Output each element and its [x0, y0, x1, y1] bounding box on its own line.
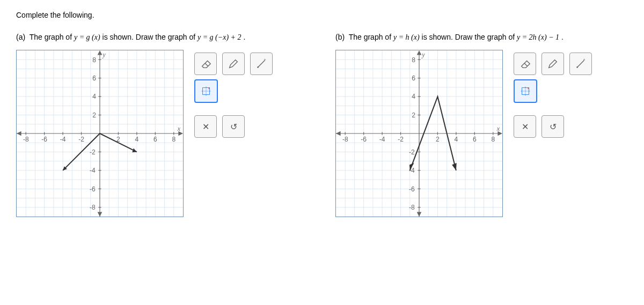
reset-icon: ↺: [550, 122, 557, 132]
svg-point-120: [576, 66, 578, 68]
eraser-tool-button[interactable]: [194, 53, 217, 75]
clear-button[interactable]: ✕: [194, 115, 217, 138]
eq-b-1: y = h (x): [393, 33, 420, 41]
prompt-b: (b) The graph of y = h (x) is shown. Dra…: [335, 33, 628, 42]
tick-x-6: 6: [153, 136, 157, 143]
close-icon: ✕: [202, 122, 209, 132]
toolbar-a: + ✕ ✕: [194, 50, 273, 138]
svg-marker-37: [98, 212, 103, 217]
tick-x-n4-b: -4: [379, 136, 385, 143]
tick-x-n6: -6: [41, 136, 47, 143]
tick-x-4-b: 4: [455, 136, 458, 143]
tick-x-n2-b: -2: [398, 136, 404, 143]
tick-y-4: 4: [92, 93, 96, 100]
problems-container: (a) The graph of y = g (x) is shown. Dra…: [16, 33, 628, 217]
line-tool-button[interactable]: +: [569, 53, 592, 75]
tick-y-n4: -4: [90, 167, 96, 174]
eq-a-2: y = g (−x) + 2: [197, 33, 241, 41]
zoom-icon: ✕: [519, 85, 531, 97]
tick-y-n2: -2: [90, 148, 96, 156]
tick-y-n2-b: -2: [409, 148, 415, 156]
prompt-b-suffix: .: [561, 33, 564, 41]
tick-y-n4-b: -4: [409, 167, 415, 174]
tick-y-4-b: 4: [412, 93, 415, 100]
svg-marker-98: [336, 131, 341, 136]
tick-y-n6-b: -6: [409, 185, 415, 193]
tick-y-6: 6: [92, 75, 96, 82]
prompt-a-mid: is shown. Draw the graph of: [103, 33, 197, 41]
tick-y-n8-b: -8: [409, 204, 415, 211]
tick-x-n6-b: -6: [361, 136, 367, 143]
svg-text:+: +: [583, 58, 586, 62]
tick-y-2: 2: [92, 111, 96, 119]
tick-y-8-b: 8: [412, 56, 415, 64]
tick-x-6-b: 6: [473, 136, 477, 143]
prompt-b-mid: is shown. Draw the graph of: [422, 33, 517, 41]
prompt-b-prefix: The graph of: [349, 33, 393, 41]
eraser-icon: [200, 58, 211, 70]
reset-button[interactable]: ↺: [541, 115, 564, 138]
line-icon: +: [575, 58, 587, 70]
y-axis-label-b: y: [421, 51, 425, 58]
line-icon: +: [255, 58, 267, 70]
zoom-tool-button[interactable]: ✕: [194, 79, 218, 103]
tick-y-n8: -8: [90, 204, 96, 211]
pen-icon: [228, 58, 239, 70]
svg-text:✕: ✕: [527, 86, 530, 90]
svg-marker-100: [417, 212, 422, 217]
tick-x-4: 4: [135, 136, 139, 143]
eq-a-1: y = g (x): [74, 33, 100, 41]
prompt-a-prefix: The graph of: [30, 33, 74, 41]
tick-x-8-b: 8: [491, 136, 495, 143]
tick-y-6-b: 6: [412, 75, 415, 82]
svg-text:+: +: [264, 58, 266, 62]
svg-marker-99: [417, 50, 422, 55]
instruction-text: Complete the following.: [16, 11, 628, 19]
tick-x-n4: -4: [60, 136, 66, 143]
eq-b-2: y = 2h (x) − 1: [517, 33, 559, 41]
graph-b[interactable]: -8 -6 -4 -2 2 4 6 8 8 6 4 2 -2 -4 -6 -8: [335, 50, 503, 217]
svg-marker-36: [98, 50, 103, 55]
label-a: (a): [16, 33, 25, 41]
line-tool-button[interactable]: +: [250, 53, 273, 75]
svg-marker-35: [17, 131, 21, 136]
tick-x-2: 2: [116, 136, 120, 143]
tick-y-8: 8: [92, 56, 96, 64]
tick-y-n6: -6: [90, 185, 96, 193]
tick-x-n8-b: -8: [342, 136, 348, 143]
x-axis-label-a: x: [177, 125, 181, 132]
eraser-icon: [519, 58, 531, 70]
problem-a: (a) The graph of y = g (x) is shown. Dra…: [16, 33, 309, 217]
reset-button[interactable]: ↺: [222, 115, 245, 138]
reset-icon: ↺: [230, 122, 237, 132]
tick-x-n2: -2: [78, 136, 84, 143]
toolbar-b: + ✕ ✕: [514, 50, 592, 138]
eraser-tool-button[interactable]: [514, 53, 536, 75]
svg-text:✕: ✕: [208, 86, 210, 90]
tick-y-2-b: 2: [412, 111, 415, 119]
prompt-a: (a) The graph of y = g (x) is shown. Dra…: [16, 33, 309, 42]
pen-tool-button[interactable]: [541, 53, 564, 75]
tick-x-2-b: 2: [436, 136, 440, 143]
pen-tool-button[interactable]: [222, 53, 245, 75]
zoom-tool-button[interactable]: ✕: [514, 79, 537, 103]
problem-b: (b) The graph of y = h (x) is shown. Dra…: [335, 33, 628, 217]
tick-x-n8: -8: [23, 136, 29, 143]
pen-icon: [547, 58, 559, 70]
zoom-icon: ✕: [200, 85, 212, 97]
y-axis-label-a: y: [102, 51, 106, 58]
svg-point-57: [257, 66, 259, 68]
clear-button[interactable]: ✕: [514, 115, 536, 138]
tick-x-8: 8: [172, 136, 175, 143]
label-b: (b): [335, 33, 345, 41]
graph-a[interactable]: -8 -6 -4 -2 2 4 6 8 8 6 4 2 -2 -4 -6 -8: [16, 50, 184, 217]
x-axis-label-b: x: [496, 125, 500, 132]
svg-marker-118: [452, 163, 457, 170]
prompt-a-suffix: .: [243, 33, 245, 41]
close-icon: ✕: [522, 122, 529, 132]
